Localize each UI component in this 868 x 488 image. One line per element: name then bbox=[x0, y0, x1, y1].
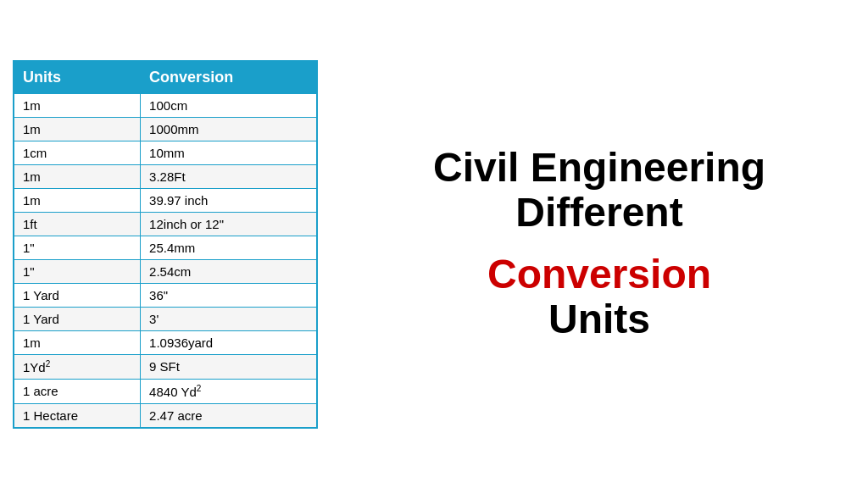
cell-conversion: 3' bbox=[141, 307, 317, 330]
cell-conversion: 3.28Ft bbox=[141, 164, 317, 188]
table-row: 1m1.0936yard bbox=[14, 330, 317, 354]
cell-conversion: 10mm bbox=[141, 141, 317, 164]
cell-unit: 1m bbox=[14, 164, 141, 188]
cell-unit: 1cm bbox=[14, 141, 141, 164]
table-row: 1 Yard3' bbox=[14, 307, 317, 330]
table-row: 1m1000mm bbox=[14, 117, 317, 141]
cell-conversion: 9 SFt bbox=[141, 354, 317, 379]
table-row: 1m3.28Ft bbox=[14, 164, 317, 188]
table-row: 1 Yard36" bbox=[14, 283, 317, 307]
cell-unit: 1m bbox=[14, 188, 141, 212]
cell-unit: 1 Yard bbox=[14, 283, 141, 307]
title-line2: Different bbox=[515, 191, 682, 236]
header-units: Units bbox=[14, 61, 141, 94]
cell-unit: 1" bbox=[14, 259, 141, 283]
cell-unit: 1ft bbox=[14, 212, 141, 236]
cell-unit: 1m bbox=[14, 330, 141, 354]
cell-unit: 1" bbox=[14, 236, 141, 259]
cell-unit: 1Yd2 bbox=[14, 354, 141, 379]
right-panel: Civil Engineering Different Conversion U… bbox=[331, 129, 868, 358]
cell-conversion: 2.47 acre bbox=[141, 403, 317, 428]
title-line3: Conversion bbox=[487, 252, 711, 297]
cell-conversion: 2.54cm bbox=[141, 259, 317, 283]
cell-unit: 1 Yard bbox=[14, 307, 141, 330]
cell-conversion: 1000mm bbox=[141, 117, 317, 141]
title-line1: Civil Engineering bbox=[433, 146, 765, 191]
cell-unit: 1 Hectare bbox=[14, 403, 141, 428]
table-row: 1cm10mm bbox=[14, 141, 317, 164]
cell-conversion: 4840 Yd2 bbox=[141, 379, 317, 403]
cell-conversion: 25.4mm bbox=[141, 236, 317, 259]
cell-unit: 1m bbox=[14, 117, 141, 141]
table-row: 1Yd29 SFt bbox=[14, 354, 317, 379]
table-row: 1 acre4840 Yd2 bbox=[14, 379, 317, 403]
cell-conversion: 1.0936yard bbox=[141, 330, 317, 354]
conversion-table: Units Conversion 1m100cm1m1000mm1cm10mm1… bbox=[13, 60, 318, 429]
title-line4: Units bbox=[548, 297, 650, 342]
table-row: 1"2.54cm bbox=[14, 259, 317, 283]
cell-conversion: 39.97 inch bbox=[141, 188, 317, 212]
table-row: 1m39.97 inch bbox=[14, 188, 317, 212]
table-row: 1 Hectare2.47 acre bbox=[14, 403, 317, 428]
table-row: 1ft12inch or 12" bbox=[14, 212, 317, 236]
table-row: 1"25.4mm bbox=[14, 236, 317, 259]
left-panel: Units Conversion 1m100cm1m1000mm1cm10mm1… bbox=[0, 52, 331, 437]
cell-conversion: 100cm bbox=[141, 93, 317, 117]
table-row: 1m100cm bbox=[14, 93, 317, 117]
cell-unit: 1 acre bbox=[14, 379, 141, 403]
cell-unit: 1m bbox=[14, 93, 141, 117]
header-conversion: Conversion bbox=[141, 61, 317, 94]
cell-conversion: 36" bbox=[141, 283, 317, 307]
cell-conversion: 12inch or 12" bbox=[141, 212, 317, 236]
